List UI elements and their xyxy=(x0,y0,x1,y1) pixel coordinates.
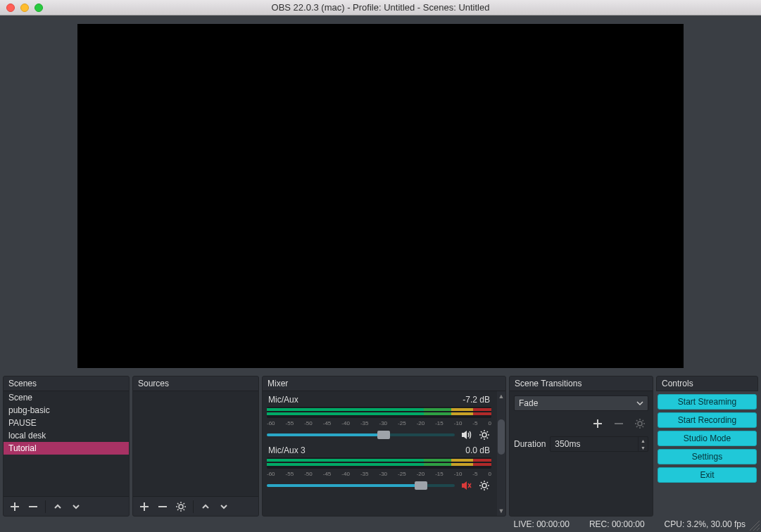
mixer-scrollbar[interactable]: ▲ ▼ xyxy=(497,391,505,516)
transition-properties-button[interactable] xyxy=(633,417,647,431)
minus-icon xyxy=(28,502,38,512)
settings-button[interactable]: Settings xyxy=(658,449,757,464)
move-source-up-button[interactable] xyxy=(197,499,214,514)
add-source-button[interactable] xyxy=(136,499,153,514)
chevron-down-icon xyxy=(220,502,228,511)
status-bar: LIVE: 00:00:00 REC: 00:00:00 CPU: 3.2%, … xyxy=(0,517,761,532)
minus-icon xyxy=(614,419,624,429)
speaker-icon xyxy=(460,429,472,441)
svg-point-2 xyxy=(482,483,486,488)
preview-area xyxy=(0,15,761,376)
remove-source-button[interactable] xyxy=(154,499,171,514)
status-live: LIVE: 00:00:00 xyxy=(513,519,569,529)
vu-meter: -60-55-50-45-40-35-30-25-20-15-10-50 xyxy=(267,457,491,469)
window-title: OBS 22.0.3 (mac) - Profile: Untitled - S… xyxy=(0,2,761,13)
chevron-down-icon xyxy=(72,502,80,511)
svg-point-1 xyxy=(482,433,486,437)
volume-slider[interactable] xyxy=(267,433,455,436)
add-scene-button[interactable] xyxy=(6,499,23,514)
mixer-channel: Mic/Aux-7.2 dB-60-55-50-45-40-35-30-25-2… xyxy=(267,394,491,442)
move-scene-up-button[interactable] xyxy=(49,499,66,514)
status-rec: REC: 00:00:00 xyxy=(589,519,645,529)
move-source-down-button[interactable] xyxy=(215,499,232,514)
transitions-panel-header: Scene Transitions xyxy=(510,376,653,391)
transition-select[interactable]: Fade xyxy=(514,395,648,411)
minimize-window-button[interactable] xyxy=(20,4,29,12)
mixer-settings-button[interactable] xyxy=(477,479,491,493)
scroll-up-icon[interactable]: ▲ xyxy=(497,391,505,401)
status-cpu: CPU: 3.2%, 30.00 fps xyxy=(665,519,746,529)
mixer-list: Mic/Aux-7.2 dB-60-55-50-45-40-35-30-25-2… xyxy=(263,391,505,516)
chevron-up-icon xyxy=(54,502,62,511)
duration-label: Duration xyxy=(514,439,546,449)
sources-list[interactable] xyxy=(133,391,258,496)
scenes-panel: Scenes Scenepubg-basicPAUSElocal deskTut… xyxy=(3,376,130,517)
close-window-button[interactable] xyxy=(6,4,15,12)
zoom-window-button[interactable] xyxy=(34,4,43,12)
controls-panel-header: Controls xyxy=(656,376,758,391)
gear-icon xyxy=(175,501,187,512)
sources-panel: Sources xyxy=(132,376,259,517)
duration-step-up[interactable]: ▲ xyxy=(638,437,648,444)
mixer-channel: Mic/Aux 30.0 dB-60-55-50-45-40-35-30-25-… xyxy=(267,445,491,493)
scene-item[interactable]: Scene xyxy=(4,391,129,404)
source-properties-button[interactable] xyxy=(172,499,189,514)
vu-meter: -60-55-50-45-40-35-30-25-20-15-10-50 xyxy=(267,407,491,418)
gear-icon xyxy=(479,429,490,441)
move-scene-down-button[interactable] xyxy=(68,499,84,514)
sources-panel-header: Sources xyxy=(133,376,258,391)
duration-value: 350ms xyxy=(551,437,638,451)
duration-input[interactable]: 350ms ▲ ▼ xyxy=(550,436,648,452)
plus-icon xyxy=(139,502,149,512)
resize-grip-icon[interactable] xyxy=(750,521,760,531)
mixer-channel-level: -7.2 dB xyxy=(463,395,490,405)
start-recording-button[interactable]: Start Recording xyxy=(658,412,757,428)
mixer-channel-name: Mic/Aux xyxy=(268,395,298,405)
scene-item[interactable]: local desk xyxy=(4,429,129,442)
remove-scene-button[interactable] xyxy=(25,499,42,514)
titlebar: OBS 22.0.3 (mac) - Profile: Untitled - S… xyxy=(0,0,761,15)
scene-item[interactable]: pubg-basic xyxy=(4,404,129,417)
chevron-up-icon xyxy=(201,502,210,511)
scene-item[interactable]: PAUSE xyxy=(4,417,129,429)
start-streaming-button[interactable]: Start Streaming xyxy=(658,394,757,410)
duration-step-down[interactable]: ▼ xyxy=(638,444,648,451)
unmute-button[interactable] xyxy=(459,479,473,493)
volume-slider[interactable] xyxy=(267,484,455,487)
mixer-panel: Mixer Mic/Aux-7.2 dB-60-55-50-45-40-35-3… xyxy=(262,376,506,517)
gear-icon xyxy=(634,418,646,429)
speaker-muted-icon xyxy=(460,480,472,491)
mute-button[interactable] xyxy=(459,428,473,442)
mixer-settings-button[interactable] xyxy=(477,428,491,442)
plus-icon xyxy=(10,502,20,512)
transition-current: Fade xyxy=(519,398,538,408)
mixer-channel-name: Mic/Aux 3 xyxy=(268,445,306,455)
scenes-list[interactable]: Scenepubg-basicPAUSElocal deskTutorial xyxy=(4,391,129,496)
add-transition-button[interactable] xyxy=(591,417,605,431)
preview-canvas[interactable] xyxy=(77,24,684,368)
scene-item[interactable]: Tutorial xyxy=(4,442,129,455)
svg-point-3 xyxy=(638,422,642,426)
studio-mode-button[interactable]: Studio Mode xyxy=(658,431,757,446)
gear-icon xyxy=(479,480,490,491)
controls-panel: Controls Start StreamingStart RecordingS… xyxy=(656,376,758,517)
exit-button[interactable]: Exit xyxy=(658,467,757,483)
mixer-channel-level: 0.0 dB xyxy=(465,445,490,455)
minus-icon xyxy=(158,502,168,512)
remove-transition-button[interactable] xyxy=(612,417,626,431)
svg-point-0 xyxy=(179,505,183,509)
scroll-down-icon[interactable]: ▼ xyxy=(497,506,505,516)
mixer-panel-header: Mixer xyxy=(263,376,505,391)
plus-icon xyxy=(593,419,603,429)
chevron-down-icon xyxy=(636,400,643,407)
transitions-panel: Scene Transitions Fade xyxy=(509,376,653,517)
scenes-panel-header: Scenes xyxy=(4,376,129,391)
scroll-thumb[interactable] xyxy=(498,419,505,455)
